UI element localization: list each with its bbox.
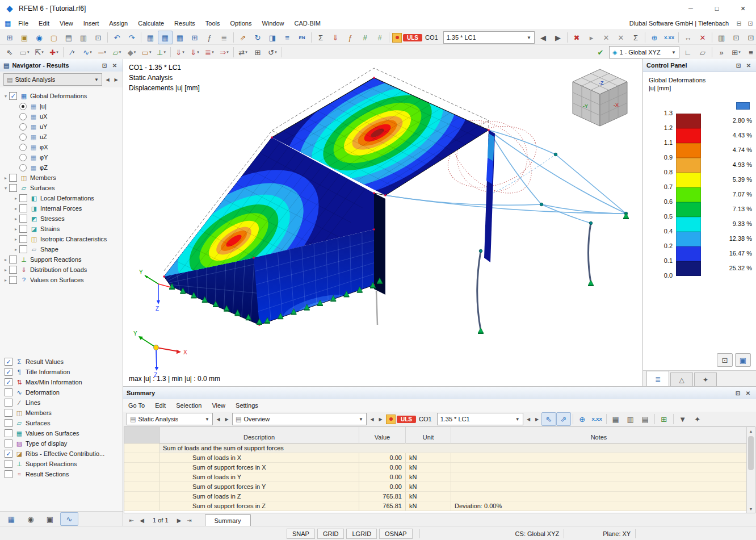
last-page-button[interactable]: ⇥ [184,517,195,524]
minimize-button[interactable]: ─ [678,0,704,17]
checkbox-checked[interactable]: ✓ [5,358,12,366]
radio-unselected[interactable] [19,144,27,151]
option-result-values[interactable]: ✓ΣResult Values [0,357,123,367]
cell-unit[interactable]: kN [406,501,451,511]
export-table-icon[interactable]: ⊞ [657,412,671,426]
cell-notes[interactable] [451,482,747,492]
checkbox-unchecked[interactable] [19,204,27,212]
scroll-up-icon[interactable]: ▲ [747,427,755,435]
menu-cad-bim[interactable]: CAD-BIM [289,18,326,28]
option-ribs-effective-contributio-[interactable]: ✓◪Ribs - Effective Contributio... [0,449,123,459]
tree-item-shape[interactable]: ▸▱Shape [0,244,123,254]
tree-caret-icon[interactable]: ▸ [2,278,9,283]
select-special-icon[interactable]: ⇱▾ [32,45,47,59]
cell-notes[interactable] [451,472,747,482]
cell-description[interactable]: Sum of loads in Z [159,492,359,501]
option-support-reactions[interactable]: ⊥Support Reactions [0,459,123,469]
checkbox-checked[interactable]: ✓ [5,450,12,458]
checkbox-unchecked[interactable] [9,276,17,284]
views-navigator-tab-icon[interactable]: ▣ [41,512,59,526]
dock-icon[interactable]: ⊟ [733,18,745,28]
select-box-icon[interactable]: ▭▾ [17,45,32,59]
control-panel-float-icon[interactable]: ⊡ [734,61,743,70]
tree-item-members[interactable]: ▸◫Members [0,173,123,183]
table-data-icon[interactable]: ▦ [143,31,158,44]
tree-item--z[interactable]: ▦φZ [0,162,123,173]
next-page-button[interactable]: ▶ [174,517,184,524]
align-icon[interactable]: ≡ [280,31,295,44]
sync-view-icon[interactable]: ⇗ [556,412,571,426]
summary-menu-edit[interactable]: Edit [150,400,171,411]
table-view-2-icon[interactable]: ▥ [623,412,638,426]
summary-table[interactable]: DescriptionValueUnitNotesSum of loads an… [124,426,755,513]
summary-float-icon[interactable]: ⊡ [733,388,742,397]
analysis-type-combo[interactable]: ▤ Static Analysis ▼ [3,73,102,86]
table-settings-icon[interactable]: ✦ [690,412,705,426]
values-x1-icon[interactable]: ✕ [599,31,614,44]
cut-section-icon[interactable]: ✕ [695,31,710,44]
sc-tool-icon[interactable]: ƒ [202,31,217,44]
factors-tab[interactable]: △ [670,372,693,387]
maximize-button[interactable]: □ [704,0,730,17]
cell-value[interactable]: 0.00 [359,463,406,472]
menu-calculate[interactable]: Calculate [133,18,169,28]
summary-prev-view-button[interactable]: ◀ [368,413,376,425]
filter-rows-icon[interactable]: ▼ [675,412,690,426]
tree-caret-icon[interactable]: ▸ [12,227,19,232]
cell-notes[interactable] [451,453,747,463]
edit-move-icon[interactable]: ⇄▾ [236,45,250,59]
close-button[interactable]: ✕ [730,0,756,17]
menu-results[interactable]: Results [169,18,200,28]
column-header-value[interactable]: Value [359,427,406,443]
next-combo-icon[interactable]: ▶ [551,31,565,44]
tree-caret-icon[interactable]: ▾ [2,94,9,99]
menu-view[interactable]: View [54,18,78,28]
navigation-cube[interactable]: -Y -X -Z [573,69,627,126]
tree-item-surfaces[interactable]: ▾▱Surfaces [0,183,123,193]
mesh-generate-icon[interactable]: # [358,31,372,44]
option-surfaces[interactable]: ▱Surfaces [0,418,123,428]
cell-value[interactable]: 0.00 [359,472,406,482]
summary-combination-combo[interactable]: 1.35 * LC1▼ [437,413,523,425]
user-defined-values-icon[interactable]: Σ [628,31,643,44]
checkbox-unchecked[interactable] [5,439,12,447]
color-scale-tab[interactable]: ≣ [646,371,669,387]
radio-unselected[interactable] [19,164,27,171]
table-view-1-icon[interactable]: ▦ [608,412,623,426]
tree-caret-icon[interactable]: ▸ [2,267,9,273]
scale-band-7[interactable] [676,217,701,232]
summary-view-combo[interactable]: ▤Overview▼ [232,413,367,425]
coordinate-system-status[interactable]: CS: Global XYZ [515,530,560,537]
cell-description[interactable]: Sum of loads in Y [159,472,359,482]
surface-new-icon[interactable]: ▱▾ [110,45,124,59]
checkbox-unchecked[interactable] [19,225,27,233]
scale-band-2[interactable] [676,143,701,158]
tree-item-uz[interactable]: ▦uZ [0,132,123,142]
option-result-sections[interactable]: ≈Result Sections [0,469,123,479]
cell-unit[interactable]: kN [406,453,451,463]
transform-move-icon[interactable]: ⇗ [236,31,250,44]
checkbox-checked[interactable]: ✓ [5,378,12,386]
checkbox-unchecked[interactable] [9,266,17,274]
delete-results-icon[interactable]: ✖ [569,31,584,44]
scale-max-marker[interactable] [736,102,750,110]
section-row-label[interactable]: Sum of loads and the sum of support forc… [159,443,747,453]
results-menu-icon[interactable]: ▸ [584,31,599,44]
mesh-settings-icon[interactable]: # [372,31,387,44]
checkbox-unchecked[interactable] [5,388,12,396]
grid-toggle[interactable]: GRID [317,529,345,539]
scale-band-4[interactable] [676,173,701,187]
tree-item--u-[interactable]: ▦|u| [0,101,123,111]
tree-item-strains[interactable]: ▸◪Strains [0,224,123,234]
scale-band-1[interactable] [676,128,701,143]
table-view-3-icon[interactable]: ▤ [638,412,653,426]
option-deformation[interactable]: ∿Deformation [0,387,123,397]
snap-toggle[interactable]: SNAP [287,529,315,539]
print-graphic-icon[interactable]: ▥ [714,31,729,44]
radio-unselected[interactable] [19,123,27,131]
cell-unit[interactable]: kN [406,482,451,492]
cell-description[interactable]: Sum of support forces in Z [159,501,359,511]
tree-caret-icon[interactable]: ▸ [12,216,19,221]
menu-file[interactable]: File [13,18,33,28]
print-icon[interactable]: ▥ [76,31,91,44]
